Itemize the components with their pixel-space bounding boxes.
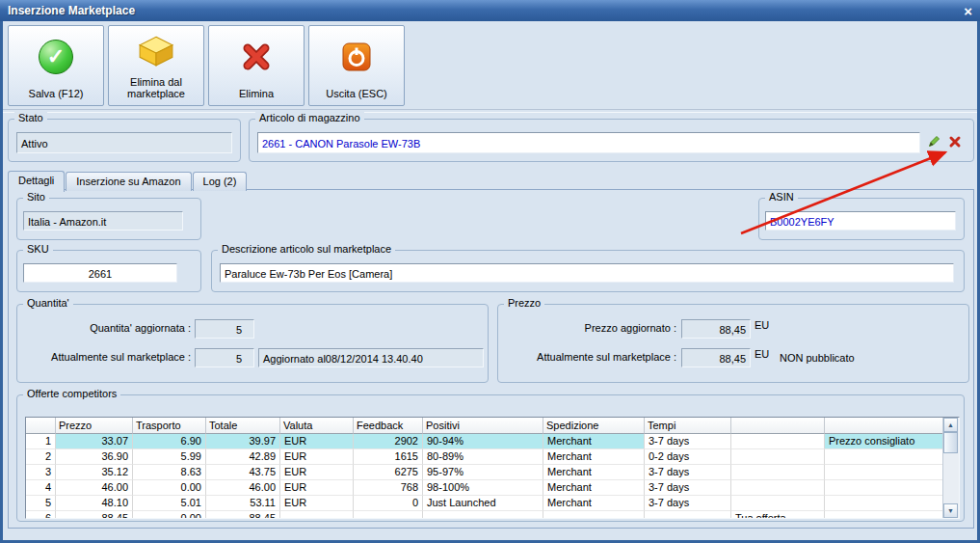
tab-dettagli[interactable]: Dettagli	[8, 171, 65, 192]
articolo-field[interactable]: 2661 - CANON Parasole EW-73B	[257, 132, 920, 153]
table-cell: 3-7 days	[645, 480, 731, 496]
table-cell: 80-89%	[423, 449, 543, 465]
table-cell	[825, 496, 943, 511]
sku-group: SKU 2661	[16, 250, 201, 292]
competitors-column-header[interactable]	[26, 418, 56, 434]
tab-log[interactable]: Log (2)	[193, 172, 248, 191]
table-row[interactable]: 688.450.0088.45Tua offerta.	[26, 511, 959, 519]
table-cell	[731, 434, 825, 449]
table-cell: 768	[354, 480, 423, 496]
table-row[interactable]: 446.000.0046.00EUR76898-100%Merchant3-7 …	[26, 480, 959, 496]
table-cell	[543, 511, 645, 519]
table-cell: Merchant	[543, 449, 645, 465]
competitors-group-label: Offerte competitors	[23, 388, 120, 399]
competitors-column-header[interactable]	[825, 418, 943, 434]
competitors-header: PrezzoTrasportoTotaleValutaFeedbackPosit…	[26, 418, 959, 434]
prezzo-aggiornato-label: Prezzo aggiornato :	[498, 322, 676, 334]
table-cell: 5.01	[133, 496, 206, 511]
delete-from-marketplace-button[interactable]: Elimina dal marketplace	[108, 25, 204, 106]
close-icon[interactable]: ×	[964, 4, 972, 18]
descrizione-group: Descrizione articolo sul marketplace Par…	[211, 250, 965, 292]
competitors-group: Offerte competitors PrezzoTrasportoTotal…	[16, 394, 965, 522]
asin-field[interactable]: B0002YE6FY	[765, 211, 956, 231]
table-cell: 48.10	[56, 496, 133, 511]
prezzo-group: Prezzo Prezzo aggiornato : 88,45 EU Attu…	[497, 304, 969, 383]
competitors-body: 133.076.9039.97EUR290290-94%Merchant3-7 …	[26, 434, 959, 519]
table-cell: Prezzo consigliato	[825, 434, 943, 449]
table-cell: 1	[26, 434, 56, 449]
table-row[interactable]: 548.105.0153.11EUR0Just LaunchedMerchant…	[26, 496, 959, 511]
sku-group-label: SKU	[23, 243, 53, 255]
table-cell: 6.90	[133, 434, 206, 449]
save-button[interactable]: ✓ Salva (F12)	[8, 25, 104, 106]
table-cell: 53.11	[206, 496, 280, 511]
table-cell: 0-2 days	[645, 449, 731, 465]
competitors-column-header[interactable]: Feedback	[354, 418, 423, 434]
table-row[interactable]: 236.905.9942.89EUR161580-89%Merchant0-2 …	[26, 449, 959, 465]
quantita-aggiornata-field: 5	[195, 319, 254, 339]
competitors-column-header[interactable]: Prezzo	[56, 418, 133, 434]
delete-button[interactable]: Elimina	[208, 25, 305, 106]
table-cell: 2902	[354, 434, 423, 449]
prezzo-currency-1: EU	[755, 319, 769, 331]
sku-field[interactable]: 2661	[23, 263, 177, 283]
competitors-column-header[interactable]: Spedizione	[543, 418, 645, 434]
delete-button-label: Elimina	[236, 88, 277, 105]
tab-strip: Dettagli Inserzione su Amazon Log (2)	[8, 171, 247, 192]
table-cell: 42.89	[206, 449, 280, 465]
scroll-up-icon[interactable]: ▲	[943, 418, 958, 432]
table-cell: 3-7 days	[645, 465, 731, 480]
inserzione-marketplace-window: Inserzione Marketplace × ✓ Salva (F12)	[0, 0, 980, 543]
table-cell	[354, 511, 423, 519]
edit-pencil-icon[interactable]	[926, 134, 941, 151]
competitors-column-header[interactable]: Trasporto	[133, 418, 206, 434]
table-cell: 6275	[354, 465, 423, 480]
table-cell: 43.75	[206, 465, 280, 480]
table-cell: 3-7 days	[645, 496, 731, 511]
sito-field: Italia - Amazon.it	[23, 211, 183, 231]
table-cell	[645, 511, 731, 519]
table-cell: 95-97%	[423, 465, 543, 480]
competitors-column-header[interactable]: Tempi	[645, 418, 731, 434]
table-row[interactable]: 133.076.9039.97EUR290290-94%Merchant3-7 …	[26, 434, 959, 449]
table-cell: 5	[26, 496, 56, 511]
competitors-column-header[interactable]: Valuta	[280, 418, 354, 434]
exit-button[interactable]: Uscita (ESC)	[308, 25, 405, 106]
competitors-table: PrezzoTrasportoTotaleValutaFeedbackPosit…	[25, 417, 960, 519]
table-cell: 1615	[354, 449, 423, 465]
table-cell: Merchant	[543, 465, 645, 480]
table-cell: 0.00	[133, 511, 206, 519]
save-button-label: Salva (F12)	[26, 88, 87, 105]
table-cell	[731, 449, 825, 465]
table-cell: Merchant	[543, 480, 645, 496]
competitors-column-header[interactable]	[731, 418, 825, 434]
table-cell: 98-100%	[423, 480, 543, 496]
stato-field: Attivo	[16, 132, 232, 153]
tab-inserzione-su-amazon[interactable]: Inserzione su Amazon	[66, 172, 191, 191]
table-cell	[825, 465, 943, 480]
table-cell: EUR	[280, 465, 354, 480]
scrollbar-thumb[interactable]	[943, 432, 958, 453]
vertical-scrollbar[interactable]: ▲ ▼	[942, 418, 959, 518]
scroll-down-icon[interactable]: ▼	[943, 503, 958, 518]
competitors-column-header[interactable]: Totale	[206, 418, 280, 434]
table-cell: EUR	[280, 449, 354, 465]
asin-group: ASIN B0002YE6FY	[758, 198, 965, 240]
remove-article-x-icon[interactable]	[948, 135, 962, 150]
table-row[interactable]: 335.128.6343.75EUR627595-97%Merchant3-7 …	[26, 465, 959, 480]
table-cell: 0	[354, 496, 423, 511]
table-cell: 33.07	[56, 434, 133, 449]
table-cell	[731, 465, 825, 480]
prezzo-currency-2: EU	[755, 348, 769, 360]
competitors-column-header[interactable]: Positivi	[423, 418, 543, 434]
table-cell	[825, 449, 943, 465]
quantita-marketplace-label: Attualmente sul marketplace :	[17, 351, 191, 363]
quantita-group: Quantita' Quantita' aggiornata : 5 Attua…	[16, 304, 489, 383]
sito-group-label: Sito	[23, 191, 49, 203]
power-icon	[342, 26, 371, 88]
table-cell: Tua offerta.	[731, 511, 825, 519]
quantita-group-label: Quantita'	[23, 297, 73, 309]
table-cell: 3-7 days	[645, 434, 731, 449]
descrizione-field[interactable]: Paraluce Ew-73b Per Eos [Camera]	[220, 263, 954, 283]
table-cell	[280, 511, 354, 519]
